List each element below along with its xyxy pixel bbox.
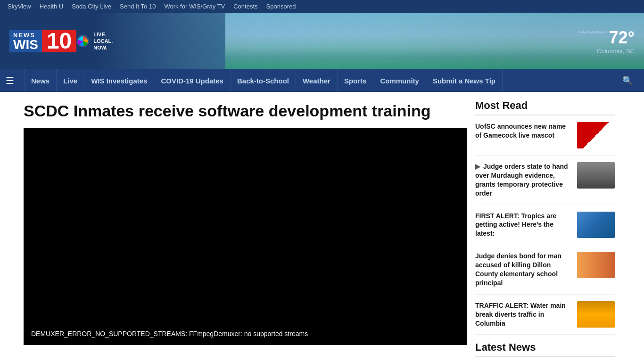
sidebar: Most Read UofSC announces new name of Ga… [471, 92, 622, 362]
nav-live[interactable]: Live [57, 69, 84, 92]
weather-widget[interactable]: 〰〰〰 72° Columbia, SC [578, 28, 635, 55]
nav-community[interactable]: Community [373, 69, 426, 92]
most-read-item-3[interactable]: FIRST ALERT: Tropics are getting active!… [475, 212, 615, 246]
video-error-message: DEMUXER_ERROR_NO_SUPPORTED_STREAMS: FFmp… [31, 330, 308, 337]
play-icon: ▶ [475, 163, 480, 170]
most-read-text-2[interactable]: ▶ Judge orders state to hand over Murdau… [475, 162, 572, 198]
most-read-item-1[interactable]: UofSC announces new name of Gamecock liv… [475, 122, 615, 156]
logo-tagline: LIVE. LOCAL. NOW. [93, 31, 113, 51]
latest-news-title: Latest News [475, 341, 615, 357]
utility-link-health-u[interactable]: Health U [40, 3, 64, 10]
nav-submit-news-tip[interactable]: Submit a News Tip [426, 69, 503, 92]
most-read-image-4 [577, 252, 615, 278]
site-header: NEWS WIS 10 LIVE. LOCAL. NOW. 〰〰〰 [0, 13, 644, 69]
nav-weather[interactable]: Weather [296, 69, 338, 92]
weather-waves-icon: 〰〰〰 [578, 28, 606, 39]
most-read-item-5[interactable]: TRAFFIC ALERT: Water main break diverts … [475, 301, 615, 335]
most-read-image-2 [577, 162, 615, 189]
nav-wis-investigates[interactable]: WIS Investigates [84, 69, 154, 92]
utility-link-work[interactable]: Work for WIS/Gray TV [164, 3, 225, 10]
utility-bar: SkyView Health U Soda City Live Send It … [0, 0, 644, 13]
most-read-item-4[interactable]: Judge denies bond for man accused of kil… [475, 252, 615, 295]
most-read-title: Most Read [475, 99, 615, 115]
nav-back-to-school[interactable]: Back-to-School [231, 69, 296, 92]
nbc-peacock-icon [76, 34, 90, 48]
utility-link-send-it[interactable]: Send It To 10 [120, 3, 156, 10]
main-nav: ☰ News Live WIS Investigates COVID-19 Up… [0, 69, 644, 92]
video-player[interactable]: DEMUXER_ERROR_NO_SUPPORTED_STREAMS: FFmp… [24, 128, 467, 345]
utility-link-skyview[interactable]: SkyView [8, 3, 31, 10]
most-read-text-4[interactable]: Judge denies bond for man accused of kil… [475, 252, 572, 288]
content-wrapper: SCDC Inmates receive software developmen… [0, 92, 644, 362]
logo-number: 10 [42, 30, 76, 52]
hamburger-menu-button[interactable]: ☰ [6, 75, 20, 86]
most-read-item-2[interactable]: ▶ Judge orders state to hand over Murdau… [475, 162, 615, 205]
article-main: SCDC Inmates receive software developmen… [0, 92, 471, 362]
most-read-text-5[interactable]: TRAFFIC ALERT: Water main break diverts … [475, 301, 572, 328]
weather-location: Columbia, SC [578, 48, 635, 55]
most-read-image-3 [577, 212, 615, 238]
utility-link-contests[interactable]: Contests [233, 3, 257, 10]
utility-link-soda-city[interactable]: Soda City Live [72, 3, 111, 10]
temperature-display: 72° [609, 28, 635, 48]
nav-news[interactable]: News [24, 69, 57, 92]
nav-sports[interactable]: Sports [338, 69, 374, 92]
article-title: SCDC Inmates receive software developmen… [24, 101, 460, 121]
utility-link-sponsored[interactable]: Sponsored [266, 3, 296, 10]
most-read-text-3[interactable]: FIRST ALERT: Tropics are getting active!… [475, 212, 572, 239]
most-read-image-5 [577, 301, 615, 328]
most-read-text-1[interactable]: UofSC announces new name of Gamecock liv… [475, 122, 572, 140]
most-read-image-1 [577, 122, 615, 148]
search-icon[interactable]: 🔍 [617, 75, 638, 86]
logo-wis-text: NEWS WIS [9, 30, 42, 52]
site-logo[interactable]: NEWS WIS 10 LIVE. LOCAL. NOW. [9, 30, 113, 52]
nav-covid-updates[interactable]: COVID-19 Updates [154, 69, 231, 92]
